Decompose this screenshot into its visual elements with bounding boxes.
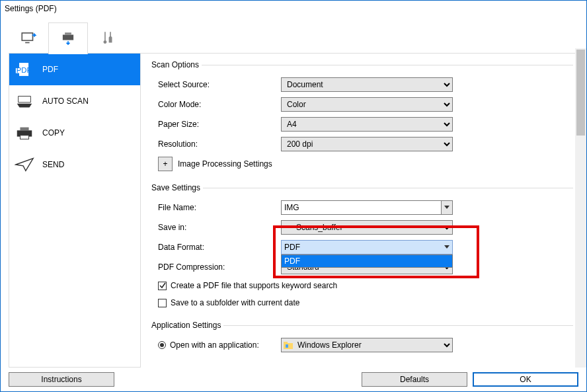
checkmark-icon (159, 282, 166, 289)
pdf-document-icon: PDF (15, 61, 34, 77)
fieldset-application-settings: Application Settings Open with an applic… (149, 321, 573, 355)
label-color-mode: Color Mode: (149, 100, 281, 109)
label-select-source: Select Source: (149, 80, 281, 89)
window-title: Settings (PDF) (1, 1, 586, 17)
svg-rect-10 (284, 342, 288, 344)
label-save-in: Save in: (149, 223, 281, 232)
svg-rect-11 (286, 344, 288, 348)
label-resolution: Resolution: (149, 139, 281, 149)
printer-icon (15, 125, 34, 141)
svg-rect-1 (63, 34, 73, 40)
data-format-option-pdf[interactable]: PDF (282, 255, 452, 267)
label-image-processing: Image Processing Settings (173, 159, 272, 169)
scrollbar-thumb[interactable] (576, 50, 585, 136)
label-create-pdf-keyword: Create a PDF file that supports keyword … (171, 281, 337, 290)
radio-open-with-application[interactable] (158, 341, 166, 349)
open-with-application-dropdown[interactable]: Windows Explorer (281, 338, 453, 352)
svg-text:PDF: PDF (17, 66, 32, 74)
label-open-with-application: Open with an application: (170, 340, 259, 350)
label-pdf-compression: PDF Compression: (149, 262, 281, 272)
label-file-name: File Name: (149, 203, 281, 212)
save-in-dropdown[interactable]: Scans_buffer (281, 220, 453, 235)
label-paper-size: Paper Size: (149, 120, 281, 129)
scanner-icon (15, 93, 34, 109)
vertical-scrollbar[interactable] (575, 48, 586, 368)
sidebar-item-label: COPY (42, 128, 65, 137)
sidebar-item-label: PDF (42, 65, 58, 74)
svg-rect-7 (20, 128, 28, 131)
expand-image-processing-button[interactable]: + (158, 157, 173, 171)
file-name-input[interactable] (281, 200, 441, 215)
color-mode-dropdown[interactable]: Color (281, 97, 453, 112)
sidebar-item-copy[interactable]: COPY (9, 117, 140, 149)
paper-size-dropdown[interactable]: A4 (281, 117, 453, 132)
sidebar-item-pdf[interactable]: PDF PDF (9, 54, 140, 85)
label-data-format: Data Format: (149, 243, 281, 252)
tab-tools[interactable] (88, 22, 128, 54)
defaults-button[interactable]: Defaults (362, 372, 467, 387)
explorer-folder-icon (284, 341, 293, 349)
tools-icon (99, 30, 116, 47)
svg-rect-0 (22, 32, 32, 40)
sidebar-item-label: AUTO SCAN (42, 97, 89, 106)
chevron-down-icon (444, 245, 450, 249)
sidebar-item-autoscan[interactable]: AUTO SCAN (9, 85, 140, 117)
fieldset-save-settings: Save Settings File Name: Save in: Scans_… (149, 183, 573, 311)
tab-scan-from-printer[interactable] (48, 22, 88, 54)
legend-save-settings: Save Settings (149, 183, 203, 192)
data-format-dropdown-list[interactable]: PDF (281, 255, 453, 268)
top-tab-strip (9, 22, 578, 54)
instructions-button[interactable]: Instructions (9, 372, 114, 387)
data-format-value: PDF (284, 243, 300, 252)
printer-arrow-down-icon (59, 30, 77, 48)
paper-plane-icon (15, 157, 34, 173)
svg-rect-2 (65, 32, 71, 34)
legend-application-settings: Application Settings (149, 321, 223, 330)
checkbox-save-subfolder[interactable]: Save to a subfolder with current date (149, 294, 573, 311)
side-panel: PDF PDF AUTO SCAN COPY SEND (9, 54, 141, 368)
checkbox-create-pdf-keyword[interactable]: Create a PDF file that supports keyword … (149, 277, 573, 294)
footer-bar: Instructions Defaults OK (1, 368, 586, 391)
svg-rect-8 (20, 136, 28, 139)
legend-scan-options: Scan Options (149, 60, 202, 69)
chevron-down-icon (444, 206, 450, 210)
file-name-dropdown-button[interactable] (441, 200, 453, 215)
select-source-dropdown[interactable]: Document (281, 77, 453, 92)
fieldset-scan-options: Scan Options Select Source: Document Col… (149, 60, 573, 174)
data-format-dropdown[interactable]: PDF PDF (281, 240, 453, 255)
sidebar-item-label: SEND (42, 160, 64, 169)
ok-button[interactable]: OK (473, 372, 578, 387)
resolution-dropdown[interactable]: 200 dpi (281, 137, 453, 151)
settings-form: Scan Options Select Source: Document Col… (141, 54, 578, 368)
label-save-subfolder: Save to a subfolder with current date (171, 298, 299, 307)
monitor-arrow-icon (20, 30, 37, 47)
sidebar-item-send[interactable]: SEND (9, 149, 140, 180)
tab-scan-from-computer[interactable] (9, 22, 48, 54)
